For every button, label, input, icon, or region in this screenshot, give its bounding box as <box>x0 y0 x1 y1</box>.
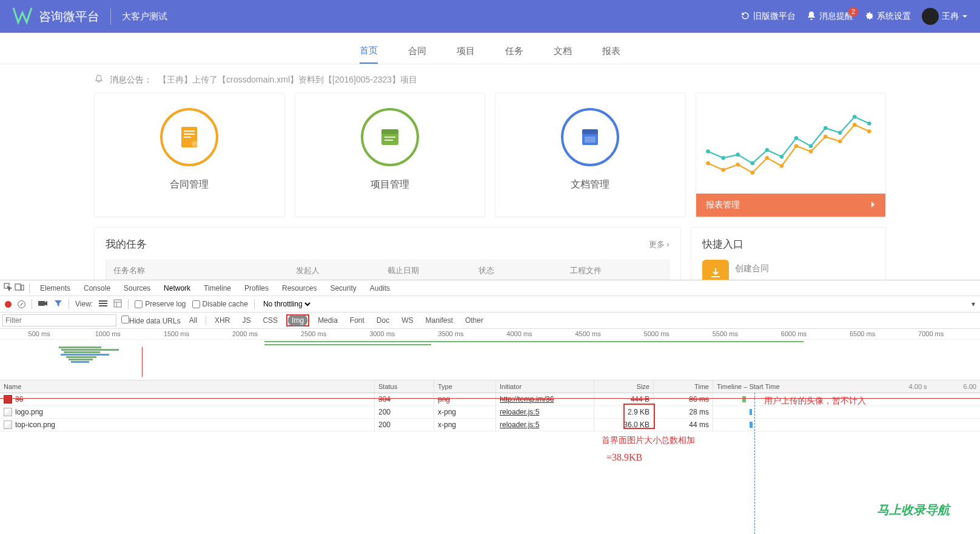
svg-rect-37 <box>15 284 21 290</box>
card-project-label: 项目管理 <box>371 178 409 191</box>
announcement-text: 【王冉】上传了【crossdomain.xml】资料到【[2016]005-23… <box>158 75 417 86</box>
bell-icon <box>807 11 816 22</box>
filter-media[interactable]: Media <box>314 315 341 326</box>
svg-point-34 <box>853 123 857 127</box>
separator <box>69 299 69 309</box>
main-nav: 首页 合同 项目 任务 文档 报表 <box>0 39 980 64</box>
tab-home[interactable]: 首页 <box>360 39 378 64</box>
chevron-down-icon <box>962 12 968 21</box>
svg-point-33 <box>837 140 842 144</box>
col-status[interactable]: Status <box>375 380 434 393</box>
devtab-elements[interactable]: Elements <box>35 282 76 295</box>
col-size[interactable]: Size <box>594 380 654 393</box>
announcement-prefix: 消息公告： <box>110 75 152 86</box>
svg-point-28 <box>765 156 769 160</box>
timeline-overview[interactable]: 500 ms1000 ms1500 ms2000 ms2500 ms3000 m… <box>0 329 980 380</box>
devtab-sources[interactable]: Sources <box>118 282 156 295</box>
filter-js[interactable]: JS <box>238 315 254 326</box>
devtab-resources[interactable]: Resources <box>277 282 322 295</box>
hide-data-urls-checkbox[interactable]: Hide data URLs <box>121 316 181 325</box>
card-project[interactable]: 项目管理 <box>295 93 486 217</box>
col-time[interactable]: Time <box>654 380 713 393</box>
filter-icon[interactable] <box>54 299 62 309</box>
logo-icon <box>12 7 33 27</box>
device-icon[interactable] <box>15 283 24 293</box>
chevron-right-icon: › <box>666 240 669 249</box>
svg-point-25 <box>721 168 725 172</box>
card-report[interactable]: 报表管理 <box>696 93 887 217</box>
filter-input[interactable] <box>2 314 116 326</box>
more-label: 更多 <box>649 239 665 250</box>
col-initiator[interactable]: Initiator <box>496 380 594 393</box>
svg-rect-1 <box>184 130 195 132</box>
svg-rect-42 <box>99 305 107 306</box>
svg-rect-2 <box>184 134 195 135</box>
view-frame-icon[interactable] <box>113 299 122 309</box>
col-name[interactable]: Name <box>0 380 375 393</box>
tab-document[interactable]: 文档 <box>554 39 572 64</box>
col-type[interactable]: Type <box>434 380 496 393</box>
svg-point-29 <box>779 164 784 168</box>
svg-point-31 <box>808 149 813 154</box>
file-icon <box>4 395 12 404</box>
filter-font[interactable]: Font <box>346 315 368 326</box>
table-row[interactable]: logo.png 200 x-png reloader.js:5 2.9 KB … <box>0 406 980 419</box>
network-toolbar: View: Preserve log Disable cache No thro… <box>0 296 980 313</box>
announcement-bar: 消息公告： 【王冉】上传了【crossdomain.xml】资料到【[2016]… <box>94 74 886 86</box>
old-version-link[interactable]: 旧版微平台 <box>740 11 796 22</box>
filter-manifest[interactable]: Manifest <box>422 315 457 326</box>
table-row[interactable]: top-icon.png 200 x-png reloader.js:5 36.… <box>0 419 980 431</box>
devtab-console[interactable]: Console <box>78 282 116 295</box>
svg-rect-11 <box>585 137 596 143</box>
task-table-header: 任务名称 发起人 截止日期 状态 工程文件 <box>106 260 670 282</box>
notifications-button[interactable]: 消息提醒 2 <box>807 11 853 22</box>
tab-contract[interactable]: 合同 <box>408 39 426 64</box>
inspect-icon[interactable] <box>4 283 12 293</box>
devtab-network[interactable]: Network <box>158 282 196 295</box>
disable-cache-checkbox[interactable]: Disable cache <box>192 300 248 308</box>
devtab-timeline[interactable]: Timeline <box>198 282 237 295</box>
my-tasks-title: 我的任务 <box>106 237 147 251</box>
record-button[interactable] <box>5 301 12 308</box>
devtab-audits[interactable]: Audits <box>364 282 395 295</box>
filter-other[interactable]: Other <box>461 315 487 326</box>
card-contract[interactable]: 合同管理 <box>94 93 285 217</box>
file-icon <box>4 421 12 429</box>
tab-task[interactable]: 任务 <box>505 39 523 64</box>
filter-all[interactable]: All <box>186 315 201 326</box>
svg-rect-3 <box>184 137 191 138</box>
filter-xhr[interactable]: XHR <box>211 315 233 326</box>
report-action-button[interactable]: 报表管理 <box>696 194 886 217</box>
quick-item-label[interactable]: 创建合同 <box>735 263 769 274</box>
svg-point-32 <box>823 135 827 139</box>
tab-report[interactable]: 报表 <box>602 39 620 64</box>
card-document[interactable]: 文档管理 <box>495 93 686 217</box>
view-list-icon[interactable] <box>99 299 107 309</box>
filter-img[interactable]: Img <box>288 315 307 326</box>
devtab-profiles[interactable]: Profiles <box>239 282 274 295</box>
settings-button[interactable]: 系统设置 <box>864 11 911 22</box>
svg-point-20 <box>823 126 827 130</box>
dropdown-icon[interactable]: ▾ <box>972 300 975 308</box>
app-header: 咨询微平台 大客户测试 旧版微平台 消息提醒 2 系统设置 王冉 <box>0 0 980 33</box>
user-menu[interactable]: 王冉 <box>922 8 968 25</box>
throttling-select[interactable]: No throttling <box>261 299 312 309</box>
svg-rect-38 <box>21 285 24 290</box>
network-table: Name Status Type Initiator Size Time Tim… <box>0 380 980 534</box>
undo-icon <box>740 11 750 22</box>
filter-ws[interactable]: WS <box>398 315 417 326</box>
filter-css[interactable]: CSS <box>259 315 281 326</box>
tab-project[interactable]: 项目 <box>457 39 475 64</box>
more-link[interactable]: 更多 › <box>649 239 669 250</box>
filter-doc[interactable]: Doc <box>373 315 393 326</box>
svg-point-12 <box>706 149 710 154</box>
svg-point-35 <box>867 129 871 134</box>
col-timeline[interactable]: Timeline – Start Time 4.00 s 6.00 <box>713 380 980 393</box>
devtab-security[interactable]: Security <box>324 282 361 295</box>
quick-entry-title: 快捷入口 <box>702 237 743 251</box>
camera-icon[interactable] <box>38 300 48 309</box>
svg-rect-8 <box>384 140 393 141</box>
preserve-log-checkbox[interactable]: Preserve log <box>135 300 186 308</box>
report-action-label: 报表管理 <box>706 200 740 211</box>
clear-button[interactable] <box>18 300 25 308</box>
